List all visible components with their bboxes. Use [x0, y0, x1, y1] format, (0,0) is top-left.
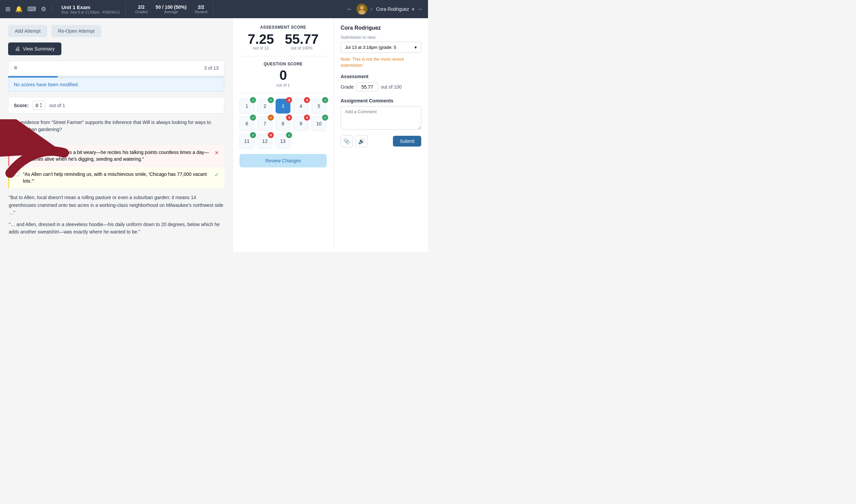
q-cell-10[interactable]: 10 ✓ [312, 116, 326, 131]
correct-mark-icon: ✓ [215, 171, 219, 179]
add-attempt-button[interactable]: Add Attempt [8, 25, 47, 37]
left-content: Add Attempt Re-Open Attempt 🖨 View Summa… [0, 18, 233, 252]
score-label: Score: [14, 103, 29, 108]
q-cell-12[interactable]: 12 ✕ [257, 134, 272, 148]
reopen-attempt-button[interactable]: Re-Open Attempt [51, 25, 101, 37]
comments-label: Assignment Comments [341, 98, 421, 104]
q-badge-7: ✓ [268, 114, 274, 121]
question-area: What evidence from "Street Farmer" suppo… [8, 119, 224, 245]
answer-radio-1 [15, 150, 20, 155]
svg-point-1 [360, 6, 364, 10]
q-cell-2[interactable]: 2 ✓ [257, 99, 272, 113]
score-row: Score: 0 ▲ ▼ out of 1 [8, 97, 224, 113]
answer-radio-2 [15, 172, 20, 177]
attachment-button[interactable]: 📎 [341, 135, 353, 147]
icon-btn-group: 📎 🔊 [341, 135, 367, 147]
question-text: What evidence from "Street Farmer" suppo… [8, 119, 224, 133]
score-down-icon[interactable]: ▼ [39, 105, 42, 108]
assessment-label: Assessment [341, 74, 421, 79]
q-cell-7[interactable]: 7 ✓ [257, 116, 272, 131]
audio-button[interactable]: 🔊 [356, 135, 367, 147]
passage-text-1: "But to Allen, local doesn't mean a roll… [8, 194, 224, 216]
q-badge-4: ✕ [304, 97, 310, 103]
score-big-val-1: 7.25 [248, 32, 274, 46]
nav-stats: 2/2 Graded 50 / 100 (50%) Average 2/2 St… [130, 4, 213, 14]
grade-outof: out of 100 [381, 84, 402, 90]
average-label: Average [164, 10, 178, 14]
submit-button[interactable]: Submit [393, 136, 421, 147]
next-arrow-icon[interactable]: → [417, 6, 423, 12]
submission-dropdown-icon: ▾ [414, 45, 417, 50]
q-cell-5[interactable]: 5 ✓ [312, 99, 326, 113]
q-cell-6[interactable]: 6 ✓ [239, 116, 254, 131]
prev-arrow-icon[interactable]: ← [346, 6, 353, 13]
settings-icon[interactable]: ⚙ [41, 5, 46, 13]
exam-due: Due: Sep 9 at 11:59pm · KNENG11 [62, 10, 120, 14]
score-big-sub-2: out of 100% [285, 46, 319, 51]
q-cell-13[interactable]: 13 ✓ [276, 134, 290, 148]
q-badge-11: ✓ [250, 132, 256, 138]
q-badge-2: ✓ [268, 97, 274, 103]
grade-row: Grade out of 100 [341, 83, 421, 91]
submission-select[interactable]: Jul 13 at 3:18pm (grade: 5 ▾ [341, 42, 421, 53]
graded-label: Graded [135, 10, 148, 14]
view-summary-button[interactable]: 🖨 View Summary [8, 42, 62, 55]
q-badge-10: ✓ [322, 114, 328, 121]
main-layout: Add Attempt Re-Open Attempt 🖨 View Summa… [0, 18, 428, 252]
score-big-row: 7.25 out of 13 55.77 out of 100% [239, 32, 327, 51]
graded-stat: 2/2 Graded [135, 4, 148, 14]
q-badge-1: ✓ [250, 97, 256, 103]
score-stepper[interactable]: ▲ ▼ [39, 103, 42, 108]
submission-label: Submission to view: [341, 35, 421, 40]
answer-option-1[interactable]: "If Allen at times seems a bit weary—he … [8, 145, 224, 166]
q-badge-3: ✕ [286, 97, 292, 103]
q-cell-3[interactable]: 3 ✕ [276, 99, 290, 113]
answer-option-2[interactable]: "As Allen can't help reminding us, with … [8, 167, 224, 188]
score-input[interactable]: 0 ▲ ▼ [33, 101, 46, 110]
nav-dropdown-icon[interactable]: ▾ [412, 6, 414, 13]
q-cell-11[interactable]: 11 ✓ [239, 134, 254, 148]
nav-arrows: ← [346, 6, 353, 13]
score-value: 0 [36, 103, 38, 108]
assessment-score-section: ASSESSMENT SCORE 7.25 out of 13 55.77 ou… [239, 25, 327, 56]
question-score-sub: out of 1 [239, 83, 327, 88]
exam-title: Unit 1 Exam [62, 4, 120, 10]
graded-value: 2/2 [138, 4, 144, 10]
q-badge-6: ✓ [250, 114, 256, 121]
passage-link[interactable]: Street Farmer [8, 136, 224, 141]
view-summary-label: View Summary [23, 46, 55, 52]
notification-text: No scores have been modified. [14, 82, 79, 87]
passage-area: "But to Allen, local doesn't mean a roll… [8, 194, 224, 235]
q-badge-13: ✓ [286, 132, 292, 138]
answer-text-1: "If Allen at times seems a bit weary—he … [23, 149, 211, 162]
grade-label: Grade [341, 84, 354, 90]
score-up-icon[interactable]: ▲ [39, 103, 42, 105]
question-navigation: ≡ 3 of 13 [8, 61, 224, 75]
comments-textarea[interactable] [341, 106, 421, 130]
calendar-icon[interactable]: ⌨ [27, 5, 36, 13]
q-badge-5: ✓ [322, 97, 328, 103]
bell-icon[interactable]: 🔔 [15, 5, 22, 13]
nav-username[interactable]: Cora Rodriguez [376, 6, 409, 12]
q-cell-4[interactable]: 4 ✕ [293, 99, 308, 113]
review-changes-button[interactable]: Review Changes [239, 154, 327, 167]
right-panel: Cora Rodriguez Submission to view: Jul 1… [333, 18, 428, 252]
printer-icon: 🖨 [15, 46, 20, 52]
q-cell-9[interactable]: 9 ✕ [293, 116, 308, 131]
grade-input[interactable] [357, 83, 378, 91]
question-grid: 1 ✓ 2 ✓ 3 ✕ 4 ✕ 5 ✓ 6 ✓ [239, 99, 327, 148]
score-big-val-2: 55.77 [285, 32, 319, 46]
question-score-section: QUESTION SCORE 0 out of 1 [239, 62, 327, 93]
q-cell-1[interactable]: 1 ✓ [239, 99, 254, 113]
grid-icon[interactable]: ⊞ [5, 5, 11, 13]
nav-icon-group: ⊞ 🔔 ⌨ ⚙ [5, 5, 52, 13]
submission-value: Jul 13 at 3:18pm (grade: 5 [345, 45, 396, 50]
avatar [357, 4, 367, 15]
passage-text-2: "… and Allen, dressed in a sleeveless ho… [8, 221, 224, 236]
hamburger-icon[interactable]: ≡ [14, 64, 18, 71]
answer-text-2: "As Allen can't help reminding us, with … [23, 171, 211, 184]
q-cell-8[interactable]: 8 ✕ [276, 116, 290, 131]
score-outof: out of 1 [49, 103, 65, 108]
score-big-1: 7.25 out of 13 [248, 32, 274, 51]
exam-info: Unit 1 Exam Due: Sep 9 at 11:59pm · KNEN… [56, 4, 126, 14]
